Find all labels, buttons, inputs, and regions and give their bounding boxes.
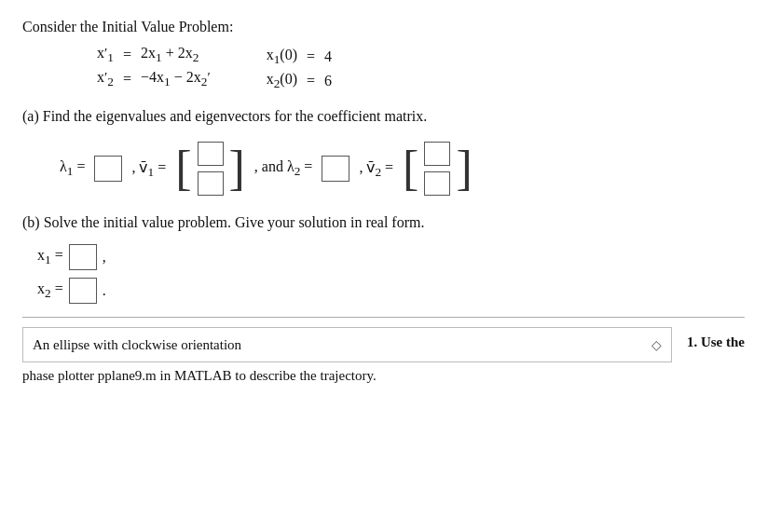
bracket-left-2: [ <box>403 144 418 193</box>
trajectory-dropdown[interactable]: An ellipse with clockwise orientation ◇ <box>22 327 672 362</box>
matrix1-r1c1-input[interactable] <box>198 142 224 166</box>
dropdown-arrow-icon: ◇ <box>651 337 662 353</box>
matrix2-row1 <box>424 142 450 166</box>
x1-label: x1 = <box>37 247 63 267</box>
eq1-rhs: 2x1 + 2x2 <box>141 45 199 65</box>
x2-solution-row: x2 = . <box>37 278 745 304</box>
x2-label: x2 = <box>37 280 63 301</box>
matrix2-r1c1-input[interactable] <box>424 142 450 166</box>
matrix2: [ ] <box>403 138 473 199</box>
matrix1: [ ] <box>175 138 245 199</box>
v2-label: , v̄2 = <box>359 158 393 180</box>
divider <box>22 317 745 318</box>
ic-2: x2(0) = 6 <box>267 71 332 91</box>
lambda1-label: λ1 = <box>60 158 85 179</box>
ic2-val: 6 <box>324 73 332 89</box>
ic2-lhs: x2(0) <box>267 71 297 91</box>
matrix2-r2c1-input[interactable] <box>424 171 450 196</box>
matrix1-r2c1-input[interactable] <box>198 171 224 196</box>
eq2-lhs: x′2 <box>97 69 114 89</box>
side-label: 1. Use the <box>672 327 745 350</box>
x2-input[interactable] <box>69 278 97 304</box>
lambda1-input[interactable] <box>94 156 122 182</box>
ic1-equals: = <box>303 48 319 65</box>
equation-2: x′2 = −4x1 − 2x2′ <box>97 69 211 89</box>
problem-title: Consider the Initial Value Problem: <box>22 19 745 35</box>
eq1-equals: = <box>119 47 135 63</box>
bottom-section: An ellipse with clockwise orientation ◇ … <box>22 327 745 384</box>
bracket-right-1: ] <box>229 144 245 193</box>
ic-1: x1(0) = 4 <box>267 47 332 67</box>
ic1-lhs: x1(0) <box>267 47 297 67</box>
equation-1: x′1 = 2x1 + 2x2 <box>97 45 211 65</box>
part-b-label: (b) Solve the initial value problem. Giv… <box>22 214 745 231</box>
eq2-equals: = <box>119 71 135 88</box>
and-label: , and λ2 = <box>254 158 313 179</box>
eigenvalue-row: λ1 = , v̄1 = [ ] , and λ2 = , v̄2 = [ ] <box>60 138 745 199</box>
title-text: Consider the Initial Value Problem: <box>22 19 233 34</box>
bracket-left-1: [ <box>175 144 191 193</box>
eq2-rhs: −4x1 − 2x2′ <box>141 69 211 89</box>
matrix1-row1 <box>198 142 224 166</box>
matrix2-row2 <box>424 171 450 196</box>
matrix1-row2 <box>198 171 224 196</box>
ic2-equals: = <box>303 73 319 89</box>
x1-input[interactable] <box>69 244 97 270</box>
bracket-right-2: ] <box>456 144 472 193</box>
v1-label: , v̄1 = <box>131 158 166 180</box>
x1-solution-row: x1 = , <box>37 244 745 270</box>
matrix2-cells <box>424 138 450 199</box>
dropdown-selected-text: An ellipse with clockwise orientation <box>33 337 241 353</box>
ic1-val: 4 <box>324 48 332 65</box>
matrix1-cells <box>198 138 224 199</box>
x1-comma: , <box>103 249 106 266</box>
phase-text: phase plotter pplane9.m in MATLAB to des… <box>22 368 672 384</box>
x2-period: . <box>103 282 106 299</box>
part-a-label: (a) Find the eigenvalues and eigenvector… <box>22 108 745 125</box>
eq1-lhs: x′1 <box>97 45 114 65</box>
lambda2-input[interactable] <box>322 156 349 182</box>
